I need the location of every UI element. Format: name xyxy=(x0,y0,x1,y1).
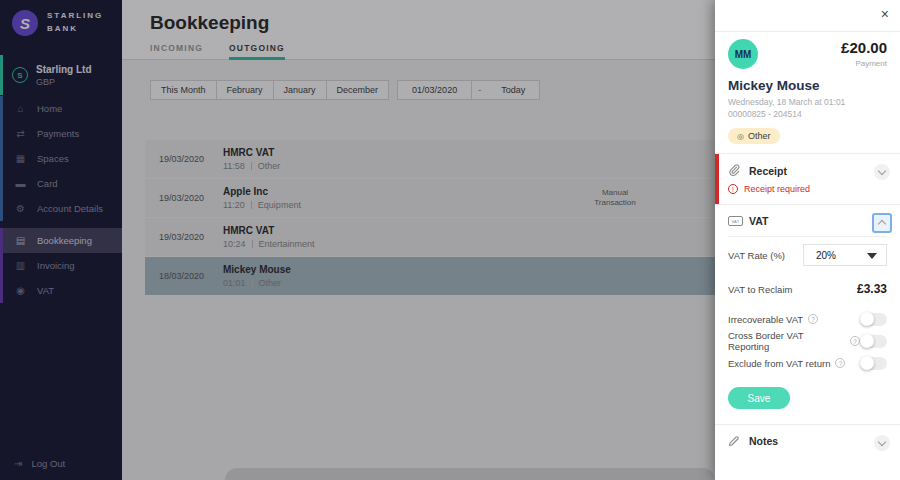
warning-icon: ! xyxy=(728,184,738,194)
transaction-list: 19/03/2020 HMRC VAT 11:58 Other 19/03/20… xyxy=(145,140,715,296)
sidebar-item-label: Spaces xyxy=(37,153,69,164)
transaction-date: 19/03/2020 xyxy=(159,193,211,203)
notes-title: Notes xyxy=(749,435,778,447)
transaction-time: 11:58 xyxy=(223,161,245,171)
category-badge-label: Other xyxy=(748,131,771,141)
spaces-icon: ▦ xyxy=(14,153,27,164)
save-button[interactable]: Save xyxy=(728,387,790,409)
avatar: MM xyxy=(728,39,758,69)
logout-icon: ⇥ xyxy=(14,458,22,469)
transaction-name: Mickey Mouse xyxy=(223,264,291,275)
sidebar-item-vat[interactable]: ◉ VAT xyxy=(3,278,122,303)
date-range-picker: 01/03/2020 - Today xyxy=(397,80,540,100)
account-name: Starling Ltd xyxy=(36,64,92,75)
transaction-type: Payment xyxy=(841,59,887,68)
logout-button[interactable]: ⇥ Log Out xyxy=(14,458,65,469)
vat-section: VAT VAT VAT Rate (%) 20% VAT to Reclaim … xyxy=(715,204,900,424)
sidebar-item-home[interactable]: ⌂ Home xyxy=(3,96,122,121)
account-switcher[interactable]: S Starling Ltd GBP xyxy=(0,55,122,95)
toggle-knob xyxy=(860,312,874,326)
vat-rate-select[interactable]: 20% xyxy=(803,244,887,266)
sidebar-item-spaces[interactable]: ▦ Spaces xyxy=(3,146,122,171)
vat-badge-icon: VAT xyxy=(728,216,743,226)
date-filter-bar: This Month February January December 01/… xyxy=(150,80,540,100)
meta-divider xyxy=(252,279,253,287)
book-icon: ▤ xyxy=(14,235,27,246)
sidebar-item-account-details[interactable]: ⚙ Account Details xyxy=(3,196,122,221)
table-row-selected[interactable]: 18/03/2020 Mickey Mouse 01:01 Other xyxy=(145,257,715,295)
sidebar-item-label: Invoicing xyxy=(37,260,75,271)
table-row[interactable]: 19/03/2020 Apple Inc 11:20 Equipment Man… xyxy=(145,179,715,217)
sidebar-item-label: Account Details xyxy=(37,203,103,214)
info-icon: ? xyxy=(850,336,860,346)
vat-nav-icon: ◉ xyxy=(14,285,27,296)
sidebar-item-label: VAT xyxy=(37,285,54,296)
payee-name: Mickey Mouse xyxy=(728,78,887,93)
panel-header: × xyxy=(715,0,900,32)
date-range-separator: - xyxy=(472,81,487,99)
tab-bar: INCOMING OUTGOING xyxy=(150,43,715,60)
transaction-time: 11:20 xyxy=(223,200,245,210)
sidebar-nav-secondary: ▤ Bookkeeping ▥ Invoicing ◉ VAT xyxy=(0,228,122,303)
select-caret-icon xyxy=(867,253,877,259)
close-icon[interactable]: × xyxy=(881,7,889,21)
brand-logo: S STARLING BANK xyxy=(0,0,122,36)
sidebar-item-label: Card xyxy=(37,178,58,189)
filter-december-button[interactable]: December xyxy=(326,80,390,100)
brand-name: STARLING BANK xyxy=(47,10,103,36)
transaction-meta: 11:58 Other xyxy=(223,161,280,171)
receipt-title: Receipt xyxy=(749,165,787,177)
cross-border-vat-toggle[interactable] xyxy=(860,335,887,348)
chevron-down-icon xyxy=(878,438,886,446)
category-badge[interactable]: ◎ Other xyxy=(728,128,780,144)
sidebar-item-invoicing[interactable]: ▥ Invoicing xyxy=(3,253,122,278)
vat-title: VAT xyxy=(749,215,768,227)
sidebar-item-bookkeeping[interactable]: ▤ Bookkeeping xyxy=(3,228,122,253)
transaction-time: 01:01 xyxy=(223,278,246,288)
vat-rate-label: VAT Rate (%) xyxy=(728,250,785,261)
toggle-knob xyxy=(860,356,874,370)
card-icon: ▬ xyxy=(14,178,27,189)
receipt-section: Receipt ! Receipt required xyxy=(715,153,900,204)
page-title: Bookkeeping xyxy=(150,12,715,34)
sidebar-nav-primary: ⌂ Home ⇄ Payments ▦ Spaces ▬ Card ⚙ Acco… xyxy=(0,96,122,221)
bookkeeping-app: S STARLING BANK S Starling Ltd GBP ⌂ Hom… xyxy=(0,0,900,480)
starling-logo-icon: S xyxy=(12,10,38,36)
category-icon: ◎ xyxy=(737,132,744,141)
exclude-vat-return-toggle[interactable] xyxy=(860,357,887,370)
meta-divider xyxy=(252,240,253,248)
invoice-icon: ▥ xyxy=(14,260,27,271)
transaction-category: Other xyxy=(259,278,282,288)
sidebar-item-card[interactable]: ▬ Card xyxy=(3,171,122,196)
date-to-field[interactable]: Today xyxy=(487,81,539,99)
info-icon: ? xyxy=(835,358,845,368)
vat-collapse-button[interactable] xyxy=(872,213,892,233)
transaction-name: HMRC VAT xyxy=(223,147,280,158)
logout-label: Log Out xyxy=(31,458,65,469)
irrecoverable-vat-toggle[interactable] xyxy=(860,313,887,326)
exclude-vat-return-label: Exclude from VAT return xyxy=(728,358,830,369)
transaction-note: Manual Transaction xyxy=(565,188,665,209)
sidebar-item-payments[interactable]: ⇄ Payments xyxy=(3,121,122,146)
transaction-meta: 01:01 Other xyxy=(223,278,291,288)
pencil-icon xyxy=(728,435,743,447)
table-row[interactable]: 19/03/2020 HMRC VAT 11:58 Other xyxy=(145,140,715,178)
vat-rate-value: 20% xyxy=(816,250,836,261)
filter-february-button[interactable]: February xyxy=(216,80,274,100)
transaction-date: 19/03/2020 xyxy=(159,232,211,242)
table-row[interactable]: 19/03/2020 HMRC VAT 10:24 Entertainment xyxy=(145,218,715,256)
tab-incoming[interactable]: INCOMING xyxy=(150,43,203,60)
filter-this-month-button[interactable]: This Month xyxy=(150,80,217,100)
tab-outgoing[interactable]: OUTGOING xyxy=(229,43,285,60)
sidebar-item-label: Home xyxy=(37,103,62,114)
date-from-field[interactable]: 01/03/2020 xyxy=(398,81,472,99)
vat-reclaim-label: VAT to Reclaim xyxy=(728,284,792,295)
receipt-expand-button[interactable] xyxy=(874,164,890,180)
main-content: Bookkeeping INCOMING OUTGOING This Month… xyxy=(122,0,715,480)
panel-summary: MM £20.00 Payment Mickey Mouse Wednesday… xyxy=(715,32,900,153)
payments-icon: ⇄ xyxy=(14,128,27,139)
filter-january-button[interactable]: January xyxy=(273,80,327,100)
transaction-date: 19/03/2020 xyxy=(159,154,211,164)
sidebar-item-label: Payments xyxy=(37,128,79,139)
notes-expand-button[interactable] xyxy=(874,435,890,451)
